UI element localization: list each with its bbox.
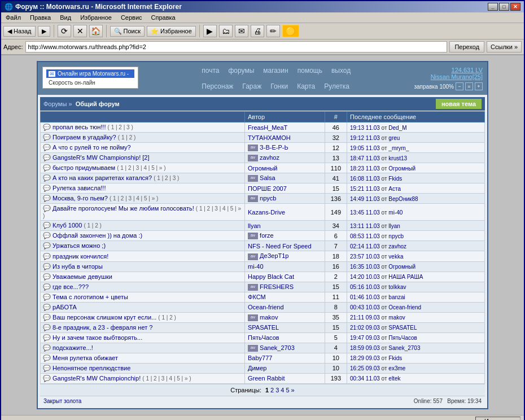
author-link[interactable]: NFS - Need For Speed <box>248 243 312 250</box>
thread-link[interactable]: где все...??? <box>53 283 89 290</box>
menu-help[interactable]: Справка <box>149 14 178 21</box>
thread-link[interactable]: Ваш персонаж слишком крут если... <box>53 314 156 321</box>
search-button[interactable]: 🔍 Поиск <box>110 26 145 37</box>
thread-link[interactable]: быстро придумываем <box>53 164 115 171</box>
last-author[interactable]: Ocean-friend <box>388 304 421 310</box>
thread-link[interactable]: рАБОТА <box>53 304 77 310</box>
last-time[interactable]: 15:21 11.03 <box>350 186 380 192</box>
author-link[interactable]: Sanek_2703 <box>260 344 295 351</box>
author-link[interactable]: Baby777 <box>248 355 272 361</box>
refresh-button[interactable]: ⟳ <box>58 25 71 37</box>
author-link[interactable]: ДеЗерТ1р <box>260 252 288 259</box>
page-1[interactable]: 1 <box>265 387 269 393</box>
last-time[interactable]: 13:11 11.03 <box>350 223 380 229</box>
thread-link[interactable]: Рулетка зависла!!! <box>53 185 106 191</box>
thread-link[interactable]: Оффлай закончен )) на дома :) <box>53 232 142 239</box>
author-link[interactable]: ПятьЧасов <box>248 334 279 341</box>
thread-link[interactable]: Меня рулетка обижает <box>53 355 118 361</box>
thread-link[interactable]: Уважаемые девушки <box>53 273 112 280</box>
last-time[interactable]: 19:47 09.03 <box>350 335 380 341</box>
thread-link[interactable]: Из нуба в читоры <box>53 263 103 270</box>
author-link[interactable]: forze <box>260 232 273 239</box>
last-time[interactable]: 00:34 11.03 <box>350 375 380 382</box>
author-link[interactable]: FRESHERS <box>260 283 294 290</box>
author-link[interactable]: Димер <box>248 365 266 371</box>
last-author[interactable]: НАША РАША <box>388 274 423 280</box>
author-link[interactable]: ТУТАНХАМОН <box>248 134 291 141</box>
last-author[interactable]: Огромный <box>388 165 415 172</box>
media-button[interactable]: ▶ <box>203 25 217 37</box>
edit-button[interactable]: ✏ <box>266 25 280 37</box>
history-button[interactable]: 🗂 <box>219 25 233 37</box>
author-link[interactable]: llyan <box>248 222 261 229</box>
last-time[interactable]: 18:59 09.03 <box>350 345 380 351</box>
nav-help[interactable]: помощь <box>298 67 322 75</box>
last-author[interactable]: ПятьЧасов <box>388 335 417 341</box>
back-button[interactable]: ◀ Назад <box>3 26 36 37</box>
nav-garage[interactable]: Гараж <box>242 82 261 90</box>
address-input[interactable] <box>25 41 448 53</box>
fuel-plus-btn[interactable]: + <box>475 82 483 90</box>
menu-view[interactable]: Вид <box>58 14 73 21</box>
author-link[interactable]: makov <box>260 314 278 321</box>
thread-link[interactable]: Москва, 9-го пьем? <box>53 195 108 202</box>
minimize-btn[interactable]: _ <box>488 3 498 11</box>
last-author[interactable]: SPASATEL <box>388 325 417 331</box>
last-time[interactable]: 18:47 11.03 <box>350 155 380 161</box>
last-author[interactable]: mi-40 <box>388 209 403 216</box>
last-author[interactable]: Fkids <box>388 176 402 182</box>
last-time[interactable]: 16:35 10.03 <box>350 264 380 270</box>
nav-exit[interactable]: выход <box>331 67 351 75</box>
forward-button[interactable]: ▶ <box>38 26 50 37</box>
home-button[interactable]: 🏠 <box>89 25 103 37</box>
last-time[interactable]: 16:08 11.03 <box>350 176 380 182</box>
last-author[interactable]: Ded_M <box>388 125 406 131</box>
last-time[interactable]: 19:12 11.03 <box>350 135 380 141</box>
page-next[interactable]: » <box>291 387 295 393</box>
author-link[interactable]: FreasH_MeaT <box>248 124 287 131</box>
nav-shop[interactable]: магазин <box>263 67 288 75</box>
last-author[interactable]: vekka <box>388 253 403 260</box>
last-author[interactable]: zavhoz <box>388 243 406 250</box>
stats-lv[interactable]: 124,631 LV <box>452 67 483 73</box>
author-link[interactable]: SPASATEL <box>248 324 279 331</box>
last-author[interactable]: banzai <box>388 294 405 300</box>
thread-link[interactable]: подскажите...! <box>53 344 93 351</box>
thread-link[interactable]: пропал весь тюн!!! <box>53 124 106 130</box>
thread-link[interactable]: Тема с логотипом + цветы <box>53 294 128 300</box>
thread-link[interactable]: А кто на каких раритетах катался? <box>53 174 152 181</box>
last-author[interactable]: _mrym_ <box>388 145 409 151</box>
last-time[interactable]: 05:16 10.03 <box>350 284 380 290</box>
last-author[interactable]: eltek <box>388 375 400 382</box>
last-time[interactable]: 19:13 11.03 <box>350 125 380 131</box>
links-button[interactable]: Ссылки » <box>487 41 522 53</box>
maximize-btn[interactable]: □ <box>499 3 509 11</box>
nav-roulette[interactable]: Рулетка <box>324 82 349 90</box>
last-author[interactable]: Аста <box>388 186 401 192</box>
thread-link[interactable]: GangsteR's MW Championship! [2] <box>53 154 149 161</box>
new-topic-button[interactable]: новая тема <box>436 99 482 109</box>
thread-link[interactable]: GangsteR's MW Championchip! <box>53 375 141 382</box>
author-link[interactable]: npycb <box>260 195 276 202</box>
thread-link[interactable]: 8-е праздник, а 23 - февраля нет ? <box>53 324 152 331</box>
author-link[interactable]: ПОРШЕ 2007 <box>248 185 287 192</box>
footer-link[interactable]: Закрыт золота <box>43 398 81 404</box>
page-3[interactable]: 3 <box>275 387 279 393</box>
fuel-minus-btn[interactable]: − <box>456 82 463 90</box>
author-link[interactable]: Ocean-friend <box>248 304 284 310</box>
print-button[interactable]: 🖨 <box>251 25 264 37</box>
stats-car[interactable]: Nissan Murano[25] <box>431 73 483 80</box>
last-author[interactable]: Sanek_2703 <box>388 345 420 351</box>
last-time[interactable]: 01:46 10.03 <box>350 294 380 300</box>
mail-button[interactable]: ✉ <box>235 25 248 37</box>
fuel-eq-btn[interactable]: = <box>465 82 473 90</box>
author-link[interactable]: Happy Black Cat <box>248 273 294 280</box>
last-time[interactable]: 13:45 11.03 <box>350 209 380 216</box>
last-time[interactable]: 21:11 09.03 <box>350 314 380 321</box>
last-time[interactable]: 14:49 11.03 <box>350 196 380 202</box>
last-author[interactable]: ВерОник88 <box>388 196 418 202</box>
last-time[interactable]: 18:23 11.03 <box>350 165 380 172</box>
thread-link[interactable]: Давайте проголосуем! Мы же любим голосов… <box>53 205 194 212</box>
author-link[interactable]: З-В-Е-Р-Ь <box>260 144 288 151</box>
thread-link[interactable]: Клуб 1000 <box>53 222 82 229</box>
